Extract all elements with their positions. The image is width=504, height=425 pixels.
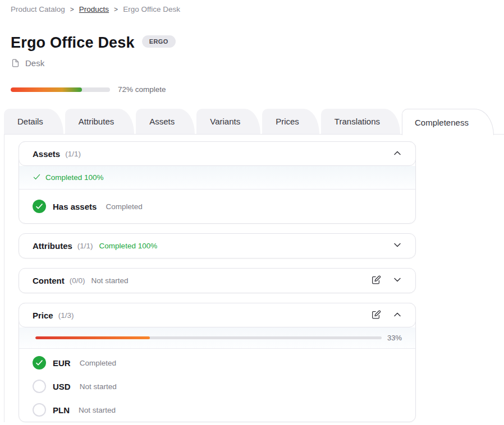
- rule-status: Completed: [106, 202, 142, 211]
- edit-icon: [371, 275, 381, 287]
- expand-button[interactable]: [393, 275, 402, 286]
- tab-label: Assets: [149, 117, 175, 126]
- breadcrumb-separator: >: [70, 6, 74, 13]
- check-circle-icon: [33, 200, 46, 213]
- rule-name: Has assets: [53, 202, 97, 211]
- page-header: Ergo Office Desk ERGO: [11, 34, 504, 51]
- breadcrumb: Product Catalog > Products > Ergo Office…: [0, 0, 504, 13]
- tab-completeness[interactable]: Completeness: [402, 109, 494, 135]
- section-title: Content: [33, 276, 65, 285]
- file-icon: [11, 58, 20, 68]
- collapse-button[interactable]: [393, 149, 402, 159]
- completeness-panel: Assets (1/1) Completed 100%: [4, 134, 504, 422]
- tab-assets[interactable]: Assets: [136, 109, 195, 134]
- currency-name: EUR: [53, 358, 71, 368]
- price-progress-row: 33%: [19, 327, 415, 349]
- tab-variants[interactable]: Variants: [196, 109, 260, 134]
- overall-progress-fill: [11, 87, 82, 92]
- section-price-header[interactable]: Price (1/3): [19, 303, 416, 327]
- section-content-header[interactable]: Content (0/0) Not started: [19, 269, 415, 293]
- breadcrumb-item-products[interactable]: Products: [79, 5, 109, 13]
- overall-progress-bar: [11, 87, 110, 92]
- tab-label: Attributes: [79, 117, 114, 126]
- currency-name: PLN: [53, 405, 70, 415]
- section-attributes: Attributes (1/1) Completed 100%: [19, 233, 416, 258]
- price-row-usd: USD Not started: [19, 375, 415, 398]
- tab-translations[interactable]: Translations: [321, 109, 400, 134]
- overall-progress-label: 72% complete: [118, 85, 166, 94]
- assets-summary-row: Completed 100%: [19, 166, 415, 190]
- check-circle-icon: [33, 356, 46, 369]
- currency-status: Not started: [79, 406, 116, 414]
- collapse-button[interactable]: [393, 310, 402, 321]
- chevron-down-icon: [393, 275, 402, 286]
- category-row: Desk: [11, 58, 504, 68]
- tab-label: Variants: [210, 117, 240, 126]
- section-assets: Assets (1/1) Completed 100%: [19, 141, 416, 224]
- section-content: Content (0/0) Not started: [19, 268, 416, 293]
- assets-summary-label: Completed 100%: [45, 173, 104, 182]
- sku-badge: ERGO: [142, 35, 176, 48]
- section-count: (1/3): [58, 311, 74, 320]
- price-row-eur: EUR Completed: [19, 351, 415, 375]
- category-label: Desk: [25, 58, 44, 68]
- section-assets-header[interactable]: Assets (1/1): [19, 141, 416, 166]
- asset-rule-row: Has assets Completed: [19, 190, 415, 223]
- tab-label: Translations: [335, 117, 380, 126]
- section-count: (1/1): [65, 150, 81, 158]
- currency-name: USD: [53, 382, 71, 391]
- overall-progress: 72% complete: [11, 85, 504, 94]
- section-title: Price: [33, 311, 53, 320]
- price-progress-fill: [35, 336, 150, 339]
- chevron-up-icon: [393, 310, 402, 321]
- edit-button[interactable]: [371, 275, 381, 287]
- page-title: Ergo Office Desk: [11, 34, 135, 51]
- expand-button[interactable]: [393, 241, 402, 251]
- check-icon: [33, 173, 41, 183]
- edit-icon: [371, 309, 381, 321]
- section-status: Completed 100%: [99, 242, 158, 250]
- tab-attributes[interactable]: Attributes: [65, 109, 134, 134]
- breadcrumb-item-catalog[interactable]: Product Catalog: [11, 5, 65, 13]
- breadcrumb-item-current: Ergo Office Desk: [123, 5, 180, 13]
- currency-status: Completed: [80, 359, 116, 367]
- empty-circle-icon: [33, 380, 46, 393]
- tab-prices[interactable]: Prices: [262, 109, 319, 134]
- price-row-pln: PLN Not started: [19, 398, 415, 422]
- section-status: Not started: [91, 276, 128, 285]
- section-title: Assets: [33, 149, 60, 159]
- tab-details[interactable]: Details: [4, 109, 63, 134]
- section-attributes-header[interactable]: Attributes (1/1) Completed 100%: [19, 234, 415, 258]
- currency-status: Not started: [80, 382, 117, 391]
- price-progress-label: 33%: [387, 334, 402, 342]
- tab-bar: Details Attributes Assets Variants Price…: [4, 109, 504, 134]
- edit-button[interactable]: [371, 309, 381, 321]
- empty-circle-icon: [33, 403, 46, 417]
- chevron-down-icon: [393, 241, 402, 251]
- tab-label: Completeness: [415, 118, 469, 127]
- product-completeness-page: Product Catalog > Products > Ergo Office…: [0, 0, 504, 425]
- section-price: Price (1/3): [19, 303, 416, 422]
- price-items: EUR Completed USD Not started PLN Not st…: [19, 349, 415, 422]
- tab-label: Details: [17, 117, 43, 126]
- price-progress-bar: [35, 336, 382, 339]
- breadcrumb-separator: >: [114, 6, 118, 13]
- tab-label: Prices: [276, 117, 299, 126]
- chevron-up-icon: [393, 149, 402, 159]
- section-title: Attributes: [33, 241, 72, 251]
- section-count: (0/0): [70, 276, 85, 285]
- section-count: (1/1): [77, 242, 93, 250]
